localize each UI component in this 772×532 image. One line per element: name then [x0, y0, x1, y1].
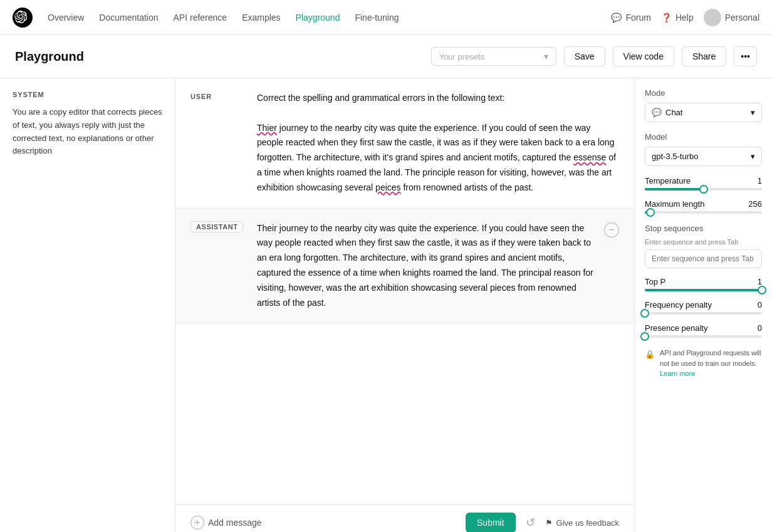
temperature-value: 1 [758, 176, 762, 185]
top-p-label: Top P [645, 277, 665, 286]
personal-menu[interactable]: Personal [704, 9, 759, 26]
lock-icon: 🔒 [645, 348, 655, 361]
wavy-word-1: Thier [257, 123, 277, 133]
help-label: Help [676, 13, 694, 23]
top-p-thumb[interactable] [758, 286, 766, 295]
system-label: SYSTEM [13, 91, 162, 98]
stop-seq-hint: Enter sequence and press Tab [645, 238, 762, 246]
feedback-button[interactable]: ⚑ Give us feedback [545, 518, 619, 528]
flag-icon: ⚑ [545, 518, 553, 528]
freq-penalty-slider[interactable] [645, 312, 762, 315]
user-message-content[interactable]: Correct the spelling and grammatical err… [257, 91, 619, 196]
help-link[interactable]: ❓ Help [661, 13, 694, 23]
freq-penalty-row: Frequency penalty 0 [645, 300, 762, 310]
add-message-button[interactable]: + Add message [190, 516, 262, 529]
remove-assistant-button[interactable]: − [604, 222, 619, 237]
assistant-message: ASSISTANT Their journey to the nearby ci… [175, 209, 634, 324]
nav-overview[interactable]: Overview [48, 13, 84, 23]
mode-label: Mode [645, 88, 762, 98]
top-nav: Overview Documentation API reference Exa… [0, 0, 772, 35]
top-p-fill [645, 289, 762, 291]
forum-label: Forum [625, 13, 650, 23]
page-title: Playground [15, 50, 424, 64]
presets-placeholder: Your presets [439, 52, 485, 61]
nav-api-reference[interactable]: API reference [174, 13, 227, 23]
plus-circle-icon: + [190, 516, 204, 529]
temperature-thumb[interactable] [699, 185, 708, 194]
right-panel: Mode 💬 Chat ▾ Model gpt-3.5-turbo ▾ Temp… [634, 78, 772, 532]
nav-links: Overview Documentation API reference Exa… [48, 13, 596, 23]
main-layout: SYSTEM You are a copy editor that correc… [0, 78, 772, 532]
nav-fine-tuning[interactable]: Fine-tuning [355, 13, 399, 23]
lock-notice: 🔒 API and Playground requests will not b… [645, 348, 762, 379]
history-icon[interactable]: ↺ [526, 516, 535, 529]
save-button[interactable]: Save [564, 46, 605, 66]
share-button[interactable]: Share [682, 46, 726, 66]
help-icon: ❓ [661, 13, 672, 23]
presence-penalty-row: Presence penalty 0 [645, 323, 762, 333]
stop-seq-label: Stop sequences [645, 224, 762, 233]
model-select[interactable]: gpt-3.5-turbo ▾ [645, 147, 762, 166]
mode-select[interactable]: 💬 Chat ▾ [645, 103, 762, 122]
chat-mode-icon: 💬 [652, 108, 662, 117]
lock-notice-text: API and Playground requests will not be … [660, 348, 762, 379]
temperature-fill [645, 188, 704, 190]
max-length-label: Maximum length [645, 199, 704, 209]
nav-examples[interactable]: Examples [242, 13, 280, 23]
model-label: Model [645, 132, 762, 142]
stop-seq-input[interactable] [645, 249, 762, 268]
system-text[interactable]: You are a copy editor that corrects piec… [13, 106, 162, 158]
freq-penalty-value: 0 [758, 300, 762, 310]
forum-icon: 💬 [611, 13, 622, 23]
temperature-row: Temperature 1 [645, 176, 762, 185]
model-chevron-icon: ▾ [751, 152, 755, 161]
nav-playground[interactable]: Playground [296, 13, 340, 23]
submit-button[interactable]: Submit [466, 513, 516, 532]
freq-penalty-thumb[interactable] [640, 309, 649, 318]
add-message-label: Add message [208, 518, 262, 528]
presence-penalty-label: Presence penalty [645, 323, 707, 333]
mode-value: Chat [665, 108, 682, 117]
user-message: USER Correct the spelling and grammatica… [175, 78, 634, 209]
personal-label: Personal [725, 13, 759, 23]
presets-dropdown[interactable]: Your presets ▾ [431, 47, 556, 66]
nav-right: 💬 Forum ❓ Help Personal [611, 9, 759, 26]
chevron-down-icon: ▾ [544, 51, 548, 61]
temperature-label: Temperature [645, 176, 691, 185]
freq-penalty-label: Frequency penalty [645, 300, 712, 310]
wavy-word-2: essense [573, 152, 606, 162]
max-length-slider[interactable] [645, 211, 762, 214]
mode-chevron-icon: ▾ [751, 108, 755, 117]
more-options-button[interactable]: ••• [734, 46, 757, 66]
model-value: gpt-3.5-turbo [652, 152, 698, 161]
top-p-row: Top P 1 [645, 277, 762, 286]
top-p-slider[interactable] [645, 289, 762, 291]
page-header: Playground Your presets ▾ Save View code… [0, 35, 772, 78]
chat-scroll[interactable]: USER Correct the spelling and grammatica… [175, 78, 634, 504]
chat-area: USER Correct the spelling and grammatica… [175, 78, 634, 532]
temperature-slider[interactable] [645, 188, 762, 190]
bottom-actions: Submit ↺ ⚑ Give us feedback [466, 513, 619, 532]
chat-bottom-bar: + Add message Submit ↺ ⚑ Give us feedbac… [175, 504, 634, 532]
view-code-button[interactable]: View code [613, 46, 674, 66]
feedback-label: Give us feedback [556, 518, 619, 528]
forum-link[interactable]: 💬 Forum [611, 13, 650, 23]
assistant-actions: − [604, 221, 619, 311]
system-panel: SYSTEM You are a copy editor that correc… [0, 78, 175, 532]
user-avatar [704, 9, 721, 26]
assistant-message-content[interactable]: Their journey to the nearby city was qui… [257, 221, 594, 311]
max-length-row: Maximum length 256 [645, 199, 762, 209]
learn-more-link[interactable]: Learn more [660, 370, 695, 377]
presence-penalty-value: 0 [758, 323, 762, 333]
nav-documentation[interactable]: Documentation [99, 13, 158, 23]
assistant-role-badge: ASSISTANT [190, 221, 243, 232]
user-role-label: USER [190, 91, 247, 196]
presence-penalty-thumb[interactable] [640, 332, 649, 341]
max-length-thumb[interactable] [646, 208, 655, 217]
assistant-role-area: ASSISTANT [190, 221, 247, 311]
presence-penalty-slider[interactable] [645, 335, 762, 338]
openai-logo[interactable] [13, 8, 33, 28]
max-length-value: 256 [748, 199, 762, 209]
top-p-value: 1 [758, 277, 762, 286]
wavy-word-3: peices [375, 182, 400, 192]
